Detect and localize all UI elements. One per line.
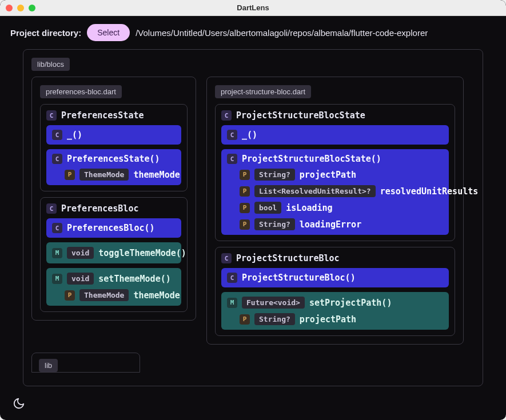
class-header[interactable]: C PreferencesState <box>46 110 181 121</box>
minimize-icon[interactable] <box>17 5 24 11</box>
parameter-row: P String? projectPath <box>227 313 443 325</box>
class-badge-icon: C <box>221 253 232 263</box>
return-type: void <box>67 273 94 285</box>
constructor-block[interactable]: C PreferencesState() P ThemeMode themeMo… <box>46 149 181 185</box>
parameter-row: P String? projectPath <box>227 169 443 181</box>
constructor-name: _() <box>67 130 82 140</box>
constructor-badge-icon: C <box>52 130 62 140</box>
zoom-icon[interactable] <box>29 5 35 11</box>
file-chip[interactable]: preferences-bloc.dart <box>40 85 122 98</box>
folder-chip[interactable]: lib <box>39 359 58 372</box>
param-badge-icon: P <box>65 290 75 301</box>
param-badge-icon: P <box>240 170 250 180</box>
constructor-badge-icon: C <box>227 130 237 140</box>
constructor-block[interactable]: C ProjectStructureBloc() <box>221 268 449 287</box>
class-badge-icon: C <box>46 203 57 214</box>
param-name: projectPath <box>300 314 356 325</box>
method-block[interactable]: M void setThemeMode() P ThemeMode themeM… <box>46 268 181 306</box>
structure-canvas[interactable]: lib/blocs preferences-bloc.dart C Prefer… <box>23 49 483 386</box>
param-name: resolvedUnitResults <box>380 186 479 197</box>
param-name: isLoading <box>286 203 332 213</box>
param-type: String? <box>254 218 295 230</box>
class-header[interactable]: C ProjectStructureBlocState <box>221 110 449 121</box>
param-name: themeMode <box>133 170 180 180</box>
param-badge-icon: P <box>240 186 250 197</box>
close-icon[interactable] <box>6 5 13 11</box>
param-badge-icon: P <box>240 219 250 230</box>
param-badge-icon: P <box>240 203 250 213</box>
class-name: PreferencesState <box>61 110 144 121</box>
return-type: void <box>67 247 94 259</box>
method-badge-icon: M <box>52 274 62 284</box>
class-panel: C PreferencesBloc C PreferencesBloc() M <box>40 197 188 312</box>
param-badge-icon: P <box>240 314 250 325</box>
param-name: projectPath <box>300 170 356 180</box>
constructor-name: PreferencesState() <box>67 154 160 164</box>
method-name: toggleThemeMode() <box>98 248 186 258</box>
file-panel: project-structure-bloc.dart C ProjectStr… <box>206 77 464 345</box>
files-row: preferences-bloc.dart C PreferencesState… <box>31 77 475 345</box>
parameter-row: P String? loadingError <box>227 218 443 230</box>
param-name: loadingError <box>300 219 361 230</box>
class-header[interactable]: C PreferencesBloc <box>46 203 181 214</box>
constructor-name: PreferencesBloc() <box>67 223 155 233</box>
constructor-badge-icon: C <box>52 154 62 164</box>
class-badge-icon: C <box>221 110 232 121</box>
main-area: lib/blocs preferences-bloc.dart C Prefer… <box>0 49 506 387</box>
method-badge-icon: M <box>52 248 62 258</box>
folder-chip[interactable]: lib/blocs <box>31 58 70 71</box>
parameter-row: P ThemeMode themeMode <box>52 169 176 181</box>
param-type: List<ResolvedUnitResult>? <box>254 185 376 197</box>
file-panel: preferences-bloc.dart C PreferencesState… <box>31 77 196 321</box>
moon-icon <box>13 397 25 410</box>
project-directory-path: /Volumes/Untitled/Users/albertomalagoli/… <box>136 28 428 38</box>
param-type: bool <box>254 202 281 214</box>
method-name: setProjectPath() <box>309 298 392 308</box>
constructor-name: _() <box>242 130 257 140</box>
class-panel: C ProjectStructureBlocState C _() C <box>215 104 455 241</box>
method-name: setThemeMode() <box>98 274 170 284</box>
window-title: DartLens <box>237 3 269 12</box>
class-name: ProjectStructureBlocState <box>236 110 365 121</box>
param-badge-icon: P <box>65 170 75 180</box>
file-chip[interactable]: project-structure-bloc.dart <box>215 85 311 98</box>
constructor-block[interactable]: C ProjectStructureBlocState() P String? … <box>221 149 449 235</box>
class-panel: C ProjectStructureBloc C ProjectStructur… <box>215 247 455 336</box>
class-name: PreferencesBloc <box>61 203 138 214</box>
parameter-row: P ThemeMode themeMode <box>52 289 176 301</box>
app-window: DartLens Project directory: Select /Volu… <box>0 0 506 420</box>
theme-toggle-button[interactable] <box>10 395 27 412</box>
param-name: themeMode <box>133 290 180 301</box>
param-type: String? <box>254 313 295 325</box>
class-header[interactable]: C ProjectStructureBloc <box>221 253 449 263</box>
parameter-row: P bool isLoading <box>227 202 443 214</box>
select-directory-button[interactable]: Select <box>87 24 130 41</box>
class-panel: C PreferencesState C _() C <box>40 104 188 191</box>
constructor-badge-icon: C <box>227 154 237 164</box>
constructor-block[interactable]: C _() <box>46 125 181 145</box>
constructor-block[interactable]: C _() <box>221 125 449 145</box>
constructor-name: ProjectStructureBloc() <box>242 273 356 283</box>
method-badge-icon: M <box>227 298 237 308</box>
toolbar: Project directory: Select /Volumes/Untit… <box>0 16 506 49</box>
method-block[interactable]: M Future<void> setProjectPath() P String… <box>221 292 449 330</box>
param-type: ThemeMode <box>79 289 129 301</box>
method-block[interactable]: M void toggleThemeMode() <box>46 242 181 263</box>
folder-group: lib <box>31 353 475 373</box>
parameter-row: P List<ResolvedUnitResult>? resolvedUnit… <box>227 185 443 197</box>
titlebar: DartLens <box>0 0 506 16</box>
project-directory-label: Project directory: <box>10 28 81 38</box>
class-name: ProjectStructureBloc <box>236 253 340 263</box>
param-type: ThemeMode <box>79 169 129 181</box>
footer <box>0 387 506 420</box>
constructor-name: ProjectStructureBlocState() <box>242 154 381 164</box>
constructor-badge-icon: C <box>52 223 62 233</box>
return-type: Future<void> <box>242 297 305 309</box>
param-type: String? <box>254 169 295 181</box>
class-badge-icon: C <box>46 110 57 121</box>
window-controls <box>6 5 35 11</box>
constructor-badge-icon: C <box>227 273 237 283</box>
constructor-block[interactable]: C PreferencesBloc() <box>46 218 181 238</box>
